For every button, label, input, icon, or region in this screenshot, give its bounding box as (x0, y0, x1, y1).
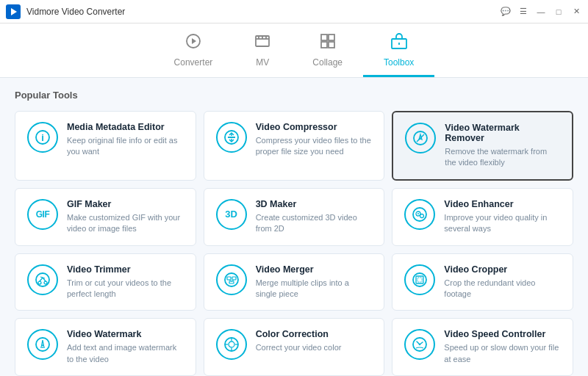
video-watermark-remover-desc: Remove the watermark from the video flex… (445, 146, 560, 169)
video-compressor-icon (216, 122, 247, 153)
video-trimmer-name: Video Trimmer (67, 264, 184, 275)
video-merger-name: Video Merger (256, 264, 373, 275)
svg-point-27 (36, 273, 49, 286)
video-enhancer-desc: Improve your video quality in several wa… (444, 212, 561, 235)
svg-line-30 (40, 278, 43, 281)
3d-maker-desc: Create customized 3D video from 2D (256, 212, 373, 235)
mv-label: MV (256, 57, 269, 68)
3d-maker-icon: 3D (216, 199, 247, 230)
video-cropper-icon (404, 264, 435, 295)
svg-rect-12 (329, 42, 334, 48)
video-watermark-remover-info: Video Watermark Remover Remove the water… (445, 123, 560, 169)
color-correction-name: Color Correction (256, 329, 373, 339)
tool-gif-maker[interactable]: GIF GIF Maker Make customized GIF with y… (15, 188, 196, 246)
converter-label: Converter (174, 57, 213, 68)
video-compressor-desc: Compress your video files to the proper … (256, 135, 373, 158)
gif-maker-desc: Make customized GIF with your video or i… (67, 212, 184, 235)
media-metadata-icon: i (27, 122, 58, 153)
minimize-icon[interactable]: — (535, 6, 547, 18)
svg-point-39 (413, 273, 426, 286)
app-icon (6, 4, 21, 19)
svg-rect-11 (321, 42, 327, 48)
video-merger-icon (216, 264, 247, 295)
3d-maker-info: 3D Maker Create customized 3D video from… (256, 199, 373, 235)
svg-point-26 (417, 213, 419, 214)
main-content: Popular Tools i Media Metadata Editor Ke… (0, 78, 588, 376)
video-trimmer-info: Video Trimmer Trim or cut your videos to… (67, 264, 184, 300)
media-metadata-info: Media Metadata Editor Keep original file… (67, 122, 184, 158)
video-speed-controller-name: Video Speed Controller (444, 329, 561, 339)
chat-icon[interactable]: 💬 (500, 6, 512, 18)
video-enhancer-info: Video Enhancer Improve your video qualit… (444, 199, 561, 235)
svg-point-42 (36, 338, 49, 351)
video-trimmer-desc: Trim or cut your videos to the perfect l… (67, 278, 184, 300)
tool-video-speed-controller[interactable]: Video Speed Controller Speed up or slow … (392, 318, 573, 376)
svg-point-25 (420, 214, 424, 217)
tool-3d-maker[interactable]: 3D 3D Maker Create customized 3D video f… (204, 188, 385, 246)
collage-label: Collage (312, 57, 343, 68)
gif-maker-icon: GIF (27, 199, 58, 230)
toolbox-label: Toolbox (384, 57, 414, 68)
tool-video-watermark[interactable]: Video Watermark Add text and image water… (15, 318, 196, 376)
tool-video-watermark-remover[interactable]: Video Watermark Remover Remove the water… (392, 111, 573, 181)
video-cropper-desc: Crop the redundant video footage (444, 278, 561, 300)
video-watermark-remover-icon (405, 123, 436, 153)
toolbox-icon (390, 32, 408, 54)
tool-media-metadata-editor[interactable]: i Media Metadata Editor Keep original fi… (15, 111, 196, 181)
tab-mv[interactable]: MV (233, 29, 292, 77)
svg-point-51 (419, 344, 421, 346)
section-title: Popular Tools (15, 90, 573, 101)
nav-tabs: Converter MV Collage (0, 24, 588, 78)
video-watermark-remover-name: Video Watermark Remover (445, 123, 560, 143)
svg-text:i: i (41, 132, 44, 143)
tool-video-enhancer[interactable]: Video Enhancer Improve your video qualit… (392, 188, 573, 246)
video-watermark-info: Video Watermark Add text and image water… (67, 329, 184, 365)
tool-video-compressor[interactable]: Video Compressor Compress your video fil… (204, 111, 385, 181)
svg-marker-3 (192, 38, 196, 44)
video-watermark-icon (27, 329, 58, 360)
video-enhancer-icon (404, 199, 435, 230)
svg-rect-34 (227, 277, 231, 280)
tool-video-cropper[interactable]: Video Cropper Crop the redundant video f… (392, 253, 573, 311)
color-correction-icon (216, 329, 247, 360)
mv-icon (254, 32, 271, 54)
collage-icon (319, 32, 337, 54)
menu-icon[interactable]: ☰ (517, 6, 529, 18)
video-cropper-name: Video Cropper (444, 264, 561, 275)
svg-point-45 (229, 341, 234, 347)
tool-color-correction[interactable]: Color Correction Correct your video colo… (204, 318, 385, 376)
media-metadata-desc: Keep original file info or edit as you w… (67, 135, 184, 158)
titlebar-controls[interactable]: 💬 ☰ — □ ✕ (500, 6, 582, 18)
video-speed-controller-icon (404, 329, 435, 360)
svg-point-28 (38, 281, 41, 284)
video-watermark-desc: Add text and image watermark to the vide… (67, 342, 184, 365)
video-watermark-name: Video Watermark (67, 329, 184, 339)
tab-converter[interactable]: Converter (154, 29, 234, 77)
svg-rect-41 (417, 278, 422, 282)
video-enhancer-name: Video Enhancer (444, 199, 561, 209)
titlebar: Vidmore Video Converter 💬 ☰ — □ ✕ (0, 0, 588, 24)
svg-rect-9 (321, 35, 327, 40)
video-compressor-info: Video Compressor Compress your video fil… (256, 122, 373, 158)
video-compressor-name: Video Compressor (256, 122, 373, 132)
tool-video-trimmer[interactable]: Video Trimmer Trim or cut your videos to… (15, 253, 196, 311)
svg-point-23 (413, 208, 426, 221)
close-icon[interactable]: ✕ (570, 6, 582, 18)
svg-point-29 (44, 281, 47, 284)
titlebar-left: Vidmore Video Converter (6, 4, 125, 19)
tab-toolbox[interactable]: Toolbox (363, 29, 434, 77)
app-title: Vidmore Video Converter (26, 7, 125, 17)
video-merger-info: Video Merger Merge multiple clips into a… (256, 264, 373, 300)
video-trimmer-icon (27, 264, 58, 295)
media-metadata-name: Media Metadata Editor (67, 122, 184, 132)
svg-rect-10 (329, 35, 334, 40)
tab-collage[interactable]: Collage (292, 29, 363, 77)
tool-video-merger[interactable]: Video Merger Merge multiple clips into a… (204, 253, 385, 311)
maximize-icon[interactable]: □ (553, 6, 564, 18)
3d-maker-name: 3D Maker (256, 199, 373, 209)
color-correction-desc: Correct your video color (256, 342, 373, 353)
video-speed-controller-info: Video Speed Controller Speed up or slow … (444, 329, 561, 365)
svg-rect-36 (229, 281, 234, 283)
video-speed-controller-desc: Speed up or slow down your file at ease (444, 342, 561, 365)
video-cropper-info: Video Cropper Crop the redundant video f… (444, 264, 561, 300)
